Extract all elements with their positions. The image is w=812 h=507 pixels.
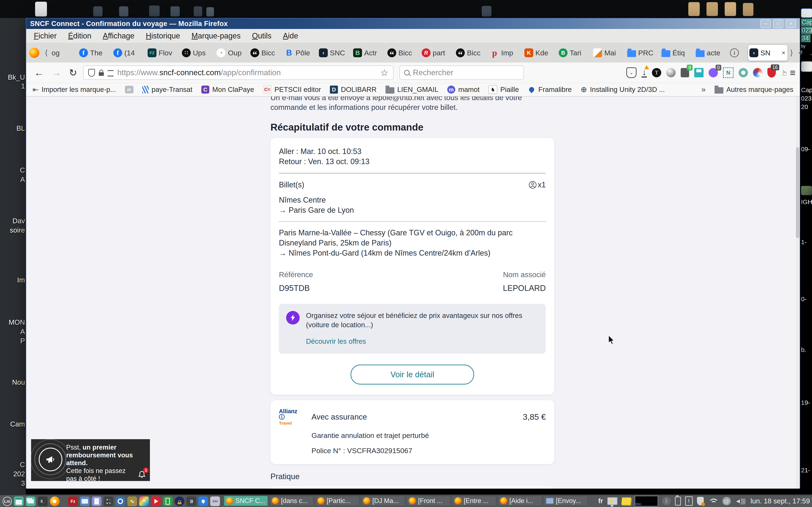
- desktop-label[interactable]: 202: [0, 470, 25, 478]
- menu-marque-pages[interactable]: Marque-pages: [192, 32, 241, 40]
- battery-icon[interactable]: [675, 497, 681, 506]
- tab[interactable]: Mai: [592, 45, 626, 61]
- desktop-icon[interactable]: [688, 2, 700, 16]
- tab[interactable]: PRC: [626, 45, 660, 61]
- keyboard-layout[interactable]: fr: [598, 497, 603, 505]
- clipboard-icon[interactable]: !: [685, 496, 693, 506]
- desktop-label[interactable]: IGH: [801, 198, 812, 206]
- desktop-icon[interactable]: [801, 8, 812, 18]
- gradient-app-icon[interactable]: ^: [139, 496, 149, 506]
- desktop-label[interactable]: C: [0, 166, 25, 174]
- desktop-icon[interactable]: [707, 2, 718, 16]
- tab[interactable]: [729, 45, 748, 61]
- desktop-label[interactable]: P: [0, 337, 25, 345]
- bookmark-paye-transat[interactable]: paye-Transat: [142, 86, 192, 94]
- desktop-icon[interactable]: [170, 6, 180, 16]
- desktop-label[interactable]: 023: [801, 26, 812, 34]
- desktop-label[interactable]: Im: [0, 276, 25, 284]
- desktop-label[interactable]: 19-: [801, 399, 810, 406]
- extension-n-icon[interactable]: N: [723, 67, 733, 78]
- new-tab-button[interactable]: +: [798, 48, 804, 58]
- view-detail-button[interactable]: Voir le détail: [351, 364, 474, 385]
- extension-sphere-icon[interactable]: [666, 68, 676, 77]
- bookmark-lien-gmail[interactable]: LIEN_GMAIL: [386, 86, 438, 94]
- desktop-icon[interactable]: [149, 5, 160, 16]
- desktop-label[interactable]: 09-: [801, 145, 810, 153]
- menu-historique[interactable]: Historique: [146, 32, 180, 40]
- permissions-icon[interactable]: [108, 70, 113, 76]
- maximize-button[interactable]: □: [773, 19, 783, 28]
- desktop-label[interactable]: A: [0, 175, 25, 184]
- taskbar-window-sncf[interactable]: SNCF C...: [224, 496, 268, 506]
- desktop-label[interactable]: 0-: [801, 295, 807, 303]
- video-editor-icon[interactable]: ⟩⟩⟩: [187, 496, 196, 506]
- menu-affichage[interactable]: Affichage: [103, 32, 134, 40]
- desktop-label[interactable]: Dav: [0, 217, 25, 225]
- desktop-label[interactable]: Cam: [0, 420, 25, 429]
- sticky-notes-icon[interactable]: [621, 498, 631, 505]
- desktop-label[interactable]: Bk_U: [0, 73, 25, 81]
- menu-fichier[interactable]: Fichier: [34, 32, 57, 40]
- bookmark-ae[interactable]: æ: [125, 86, 134, 93]
- close-button[interactable]: ×: [786, 19, 796, 28]
- tab[interactable]: (14: [112, 45, 146, 61]
- reload-button[interactable]: ↻: [69, 67, 77, 78]
- desktop-icon[interactable]: [482, 6, 492, 16]
- active-tab[interactable]: SN ×: [748, 45, 788, 61]
- tab[interactable]: Bicc: [455, 45, 489, 61]
- mail-launcher-icon[interactable]: [80, 496, 90, 506]
- menu-outils[interactable]: Outils: [252, 32, 271, 40]
- list-tabs-icon[interactable]: ⌄: [809, 48, 812, 57]
- tracking-shield-icon[interactable]: [88, 69, 95, 77]
- audacity-icon[interactable]: ∩: [175, 496, 185, 506]
- desktop-label[interactable]: Nou: [0, 378, 25, 387]
- forward-button[interactable]: →: [52, 67, 61, 78]
- terminal-icon[interactable]: $_: [38, 496, 48, 506]
- extension-purple-icon[interactable]: 0: [709, 68, 718, 77]
- taskbar-window[interactable]: [DJ Ma...: [361, 496, 405, 506]
- pocket-icon[interactable]: ⌄: [626, 67, 637, 78]
- add-to-calendar-row[interactable]: Ajouter au calendrier: [270, 486, 554, 489]
- save-page-icon[interactable]: [694, 68, 704, 77]
- files-icon[interactable]: [26, 496, 36, 506]
- x-app-icon[interactable]: XXX: [210, 496, 220, 506]
- tab[interactable]: Tari: [557, 45, 592, 61]
- plug-icon[interactable]: ∿: [127, 496, 137, 506]
- tab[interactable]: Actr: [352, 45, 386, 61]
- desktop-icon[interactable]: [801, 186, 812, 195]
- windows-quicklist-icon[interactable]: [14, 496, 24, 506]
- screenshot-icon[interactable]: [115, 496, 125, 506]
- tab[interactable]: Bicc: [249, 45, 283, 61]
- lock-icon[interactable]: [99, 72, 104, 76]
- taskbar-window[interactable]: [Aide i...: [498, 496, 542, 506]
- tab[interactable]: The: [78, 45, 112, 61]
- back-button[interactable]: ←: [34, 67, 44, 78]
- tab[interactable]: Étiq: [660, 45, 695, 61]
- desktop-icon[interactable]: [194, 6, 202, 16]
- other-bookmarks[interactable]: Autres marque-pages: [714, 86, 794, 94]
- taskbar-window[interactable]: [dans c...: [270, 496, 313, 506]
- downloads-icon[interactable]: ↓: [642, 68, 647, 77]
- desktop-label[interactable]: MON: [0, 318, 25, 327]
- desktop-icon[interactable]: [35, 2, 47, 16]
- scrollbar-thumb[interactable]: [796, 147, 799, 238]
- bluetooth-icon[interactable]: ᛒ: [662, 497, 671, 505]
- desktop-label[interactable]: 20: [801, 103, 808, 111]
- desktop-label[interactable]: A: [0, 327, 25, 336]
- bookmark-mamot[interactable]: mmamot: [447, 86, 479, 94]
- menu-aide[interactable]: Aide: [283, 32, 298, 40]
- mint-menu-button[interactable]: Lm: [3, 497, 12, 506]
- desktop-label[interactable]: 1-: [801, 238, 807, 246]
- desktop-icon[interactable]: [206, 7, 214, 16]
- wifi-icon[interactable]: [708, 497, 718, 505]
- tab[interactable]: Pôle: [283, 45, 318, 61]
- media-player-icon[interactable]: [151, 496, 161, 506]
- extension-swirl-icon[interactable]: [753, 68, 762, 77]
- display-settings-icon[interactable]: [607, 497, 617, 505]
- minimized-window-thumb[interactable]: Min: [635, 496, 658, 506]
- firefox-view-icon[interactable]: [29, 48, 39, 58]
- url-bar[interactable]: https://www.sncf-connect.com/app/confirm…: [83, 65, 394, 80]
- document-launcher-icon[interactable]: [92, 496, 101, 506]
- bookmark-petscii[interactable]: C=PETSCII editor: [263, 86, 321, 94]
- tab[interactable]: Ups: [181, 45, 215, 61]
